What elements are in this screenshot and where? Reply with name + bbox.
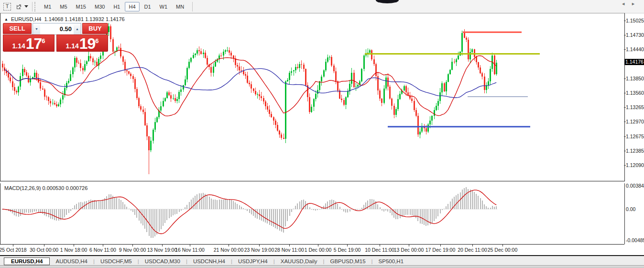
time-label: 13 Nov 19:00	[147, 247, 177, 253]
collapse-icon[interactable]: ▲	[4, 17, 8, 22]
mt4-window: T M1M5M15M30H1H4D1W1MN ▲ EURUSD,H4 1.140…	[0, 0, 644, 268]
chart-tab-AUDUSD[interactable]: AUDUSD,H4	[50, 257, 93, 265]
one-click-trading-panel: SELL ▼ 0.50 ▲ BUY 1.14 17 6 1.14 19 6	[3, 23, 108, 52]
tab-scroll-left-icon[interactable]: ◄	[621, 1, 631, 6]
timeframe-M15[interactable]: M15	[72, 2, 90, 11]
timeframe-M1[interactable]: M1	[40, 2, 55, 11]
time-tick	[502, 245, 503, 246]
price-label: 1.12675	[626, 134, 644, 139]
price-label: 1.15025	[626, 18, 644, 23]
time-tick	[409, 245, 409, 246]
macd-pane[interactable]: MACD(12,26,9) 0.000530 0.000726	[0, 183, 625, 244]
chart-tab-bar: EURUSD,H4AUDUSD,H4|USDCHF,M5|USDCAD,M30|…	[0, 255, 644, 266]
price-chart-pane[interactable]: ▲ EURUSD,H4 1.14068 1.14181 1.13932 1.14…	[0, 13, 625, 181]
ohlc-values: 1.14068 1.14181 1.13932 1.14176	[44, 16, 125, 22]
tab-scroll-right-icon[interactable]: ►	[631, 1, 641, 6]
time-tick	[289, 245, 290, 246]
time-label: 30 Oct 00:00	[30, 247, 58, 253]
current-price-tag: 1.14176	[624, 59, 644, 65]
toolbar: T M1M5M15M30H1H4D1W1MN	[0, 0, 644, 13]
cursor-tool-icon[interactable]	[14, 2, 23, 11]
time-label: 21 Nov 00:00	[214, 247, 243, 253]
toolbar-grip[interactable]	[34, 2, 37, 11]
chart-tab-USDCHF[interactable]: USDCHF,M5	[95, 257, 138, 265]
buy-price-panel[interactable]: 1.14 19 6	[56, 34, 108, 52]
time-tick	[440, 245, 441, 246]
macd-scale-bottom: -0.004856	[626, 237, 644, 243]
chart-tab-EURUSD[interactable]: EURUSD,H4	[4, 257, 50, 265]
bottom-strip	[0, 265, 644, 268]
price-label: 1.12090	[626, 162, 644, 168]
timeframe-M30[interactable]: M30	[91, 2, 109, 11]
time-label: 25 Dec 00:00	[488, 247, 517, 253]
time-tick	[318, 245, 318, 246]
time-label: 10 Dec 11:00	[365, 247, 394, 253]
buy-price-main: 19	[79, 36, 96, 51]
selection-tool-icon[interactable]: T	[3, 2, 11, 11]
sell-price-main: 17	[26, 36, 42, 51]
sell-price-panel[interactable]: 1.14 17 6	[3, 34, 55, 52]
tab-scroll-arrows[interactable]: ◄►	[621, 1, 641, 6]
chart-tab-USDJPY[interactable]: USDJPY,H4	[232, 257, 273, 265]
chart-header: ▲ EURUSD,H4 1.14068 1.14181 1.13932 1.14…	[4, 16, 125, 22]
toolbar-separator	[192, 2, 193, 11]
chart-tab-GBPUSD[interactable]: GBPUSD,M15	[324, 257, 371, 265]
price-label: 1.14440	[626, 46, 644, 52]
price-label: 1.12385	[626, 148, 644, 154]
timeframe-H4[interactable]: H4	[125, 2, 139, 11]
price-label: 1.13850	[626, 76, 644, 81]
volume-increase-button[interactable]: ▲	[74, 23, 81, 34]
chart-tab-USDCNH[interactable]: USDCNH,H4	[187, 257, 231, 265]
timeframe-D1[interactable]: D1	[141, 2, 155, 11]
volume-field[interactable]: 0.50	[40, 23, 74, 34]
timeframe-M5[interactable]: M5	[56, 2, 71, 11]
macd-chart[interactable]	[0, 183, 623, 244]
macd-scale-zero: 0.00	[626, 206, 635, 212]
time-label: 17 Dec 19:00	[426, 247, 455, 253]
time-label: 9 Nov 00:00	[119, 247, 146, 253]
time-label: 23 Nov 19:00	[244, 247, 274, 253]
time-label: 28 Nov 11:00	[274, 247, 304, 253]
sell-price-prefix: 1.14	[12, 41, 25, 51]
toolbar-separator	[32, 2, 33, 11]
time-tick	[229, 245, 229, 246]
time-axis[interactable]: 25 Oct 201830 Oct 00:001 Nov 18:006 Nov …	[0, 244, 624, 256]
time-tick	[13, 245, 13, 246]
timeframe-W1[interactable]: W1	[156, 2, 172, 11]
buy-button[interactable]: BUY	[82, 23, 108, 34]
price-label: 1.13560	[626, 90, 644, 96]
time-label: 5 Dec 19:00	[334, 247, 361, 253]
macd-scale-top: 0.003847	[626, 183, 644, 189]
price-label: 1.12970	[626, 119, 644, 124]
time-label: 13 Dec 00:00	[394, 247, 424, 253]
buy-price-sup: 6	[95, 38, 98, 44]
time-label: 6 Nov 11:00	[89, 247, 116, 253]
timeframe-MN[interactable]: MN	[172, 2, 188, 11]
time-tick	[259, 245, 260, 246]
volume-decrease-button[interactable]: ▼	[33, 23, 40, 34]
macd-indicator-label: MACD(12,26,9) 0.000530 0.000726	[4, 185, 87, 191]
time-tick	[132, 245, 133, 246]
time-label: 20 Dec 11:00	[458, 247, 487, 253]
symbol-label: EURUSD,H4	[11, 16, 42, 22]
sell-button[interactable]: SELL	[3, 23, 32, 34]
time-label: 1 Nov 18:00	[60, 247, 87, 253]
chevron-down-icon[interactable]	[24, 5, 28, 8]
price-label: 1.13265	[626, 104, 644, 110]
time-tick	[472, 245, 473, 246]
chart-tab-XAUUSD[interactable]: XAUUSD,Daily	[275, 257, 323, 265]
chart-tab-SP500[interactable]: SP500,H1	[373, 257, 409, 265]
sell-price-sup: 6	[42, 38, 45, 44]
time-tick	[103, 245, 103, 246]
price-label: 1.14730	[626, 32, 644, 38]
time-label: 1 Dec 00:00	[305, 247, 332, 253]
time-tick	[190, 245, 190, 246]
time-tick	[74, 245, 74, 246]
time-tick	[162, 245, 163, 246]
time-tick	[347, 245, 348, 246]
chart-tab-USDCAD[interactable]: USDCAD,M30	[139, 257, 186, 265]
timeframe-H1[interactable]: H1	[109, 2, 124, 11]
buy-price-prefix: 1.14	[65, 41, 78, 51]
volume-stepper: ▼ 0.50 ▲	[33, 23, 81, 35]
time-tick	[380, 245, 380, 246]
